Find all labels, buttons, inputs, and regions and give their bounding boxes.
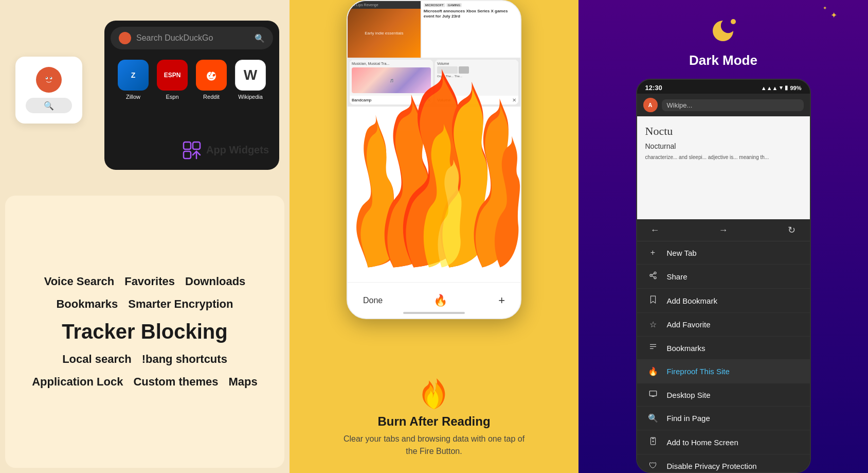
widget-icon <box>183 141 201 160</box>
forward-icon[interactable]: → <box>716 225 731 236</box>
menu-item-disable-privacy[interactable]: 🛡 Disable Privacy Protection <box>637 454 810 473</box>
desktop-site-icon <box>647 390 659 399</box>
svg-rect-12 <box>193 142 200 149</box>
feature-maps: Maps <box>229 375 258 389</box>
ddg-logo <box>36 67 62 93</box>
feature-favorites: Favorites <box>124 275 175 288</box>
menu-item-add-home-screen[interactable]: Add to Home Screen <box>637 430 810 454</box>
wifi-icon: ▾ <box>780 84 783 91</box>
burn-title-text: Burn After Reading <box>377 414 490 429</box>
status-icons: ▲▲▲ ▾ ▮ 99% <box>761 84 802 92</box>
search-placeholder-text: Search DuckDuckGo <box>136 33 249 43</box>
menu-item-desktop-site[interactable]: Desktop Site <box>637 383 810 407</box>
menu-item-add-favorite[interactable]: ☆ Add Favorite <box>637 313 810 337</box>
right-panel: ✦ ✦ Dark Mode 12:30 ▲▲▲ ▾ ▮ 99% A Wikipe <box>578 0 868 473</box>
bookmark-icon <box>647 295 659 306</box>
menu-item-new-tab[interactable]: + New Tab <box>637 241 810 265</box>
find-icon: 🔍 <box>647 413 659 423</box>
bookmarks-icon <box>647 343 659 353</box>
tabs-row: Musician, Musical Tra... 🎵 Bandcamp ✕ Vo… <box>348 58 520 107</box>
widgets-section: 🔍 Search DuckDuckGo 🔍 Z Zillow <box>0 0 290 190</box>
reddit-icon <box>196 60 227 91</box>
app-icon-wikipedia[interactable]: W Wikipedia <box>235 60 266 100</box>
news-card: MICROSOFT GAMING Microsoft announces Xbo… <box>422 1 520 58</box>
tab-bandcamp-title: Bandcamp ✕ <box>350 96 433 104</box>
espn-icon: ESPN <box>157 60 188 91</box>
svg-point-5 <box>122 35 129 42</box>
status-time: 12:30 <box>645 84 662 92</box>
wiki-page-title: Noctu <box>645 125 802 138</box>
menu-nav-row: ← → ↻ <box>637 219 810 241</box>
tab-bandcamp[interactable]: Musician, Musical Tra... 🎵 Bandcamp ✕ <box>350 60 433 104</box>
ddg-logo-search <box>119 32 131 44</box>
search-bar[interactable]: Search DuckDuckGo 🔍 <box>111 27 273 49</box>
moon-icon <box>708 15 738 48</box>
music-card-image: Early indie essentials <box>348 9 421 58</box>
feature-row-5: Application Lock Custom themes Maps <box>32 375 258 389</box>
dropdown-menu: ← → ↻ + New Tab Share <box>637 219 810 473</box>
fire-button[interactable]: 🔥 <box>433 294 447 307</box>
middle-panel: Hot Lips Revenge Early indie essentials … <box>290 0 578 473</box>
music-card-header: Hot Lips Revenge <box>348 1 421 9</box>
share-icon <box>647 271 659 282</box>
svg-point-15 <box>654 272 656 274</box>
privacy-icon: 🛡 <box>647 461 659 470</box>
app-widgets-label-group: App Widgets <box>183 141 269 160</box>
add-home-label: Add to Home Screen <box>667 438 738 447</box>
menu-item-share[interactable]: Share <box>637 265 810 289</box>
svg-point-10 <box>210 69 212 72</box>
share-menu-label: Share <box>667 272 688 281</box>
done-button[interactable]: Done <box>363 296 383 305</box>
menu-item-add-bookmark[interactable]: Add Bookmark <box>637 289 810 313</box>
new-tab-menu-label: New Tab <box>667 249 697 257</box>
search-icon: 🔍 <box>255 33 265 43</box>
app-icon-espn[interactable]: ESPN Espn <box>157 60 188 100</box>
browser-toolbar: A Wikipe... <box>637 94 810 116</box>
tab-bandcamp-preview: Musician, Musical Tra... 🎵 <box>350 60 433 96</box>
features-section: Voice Search Favorites Downloads Bookmar… <box>5 196 284 468</box>
menu-item-find-in-page[interactable]: 🔍 Find in Page <box>637 407 810 430</box>
widget-search-pill[interactable]: 🔍 <box>26 98 72 113</box>
svg-point-2 <box>46 77 47 78</box>
find-label: Find in Page <box>667 414 710 423</box>
menu-item-fireproof[interactable]: 🔥 Fireproof This Site <box>637 360 810 383</box>
reddit-label: Reddit <box>203 94 220 100</box>
wiki-page-subtitle: Nocturnal <box>645 142 802 150</box>
add-bookmark-label: Add Bookmark <box>667 296 717 305</box>
page-content: Noctu Nocturnal characterize... and slee… <box>637 116 810 219</box>
svg-point-9 <box>213 75 214 77</box>
svg-rect-13 <box>184 151 191 159</box>
svg-point-0 <box>42 73 55 86</box>
svg-point-8 <box>209 75 210 77</box>
feature-row-4: Local search !bang shortcuts <box>62 353 227 366</box>
svg-point-17 <box>654 277 656 279</box>
bookmarks-label: Bookmarks <box>667 344 706 353</box>
back-icon[interactable]: ← <box>647 225 663 236</box>
signal-icon: ▲▲▲ <box>761 85 778 91</box>
svg-point-14 <box>731 19 736 24</box>
svg-line-19 <box>652 273 654 275</box>
new-tab-button[interactable]: + <box>498 294 505 307</box>
svg-line-18 <box>652 276 654 277</box>
svg-point-4 <box>50 77 51 78</box>
menu-item-bookmarks[interactable]: Bookmarks <box>637 337 810 360</box>
feature-custom-themes: Custom themes <box>133 375 218 389</box>
tab-volume-preview: Volume Org... The... The... <box>435 60 518 96</box>
reload-icon[interactable]: ↻ <box>784 224 800 236</box>
feature-row-1: Voice Search Favorites Downloads <box>44 275 246 288</box>
fireproof-icon: 🔥 <box>647 366 659 376</box>
app-icon-zillow[interactable]: Z Zillow <box>118 60 149 100</box>
dark-mode-header: Dark Mode <box>689 15 757 68</box>
url-bar[interactable]: Wikipe... <box>662 99 804 111</box>
feature-bang-shortcuts: !bang shortcuts <box>142 353 227 366</box>
tab-volume[interactable]: Volume Org... The... The... Volume ✕ <box>435 60 518 104</box>
add-favorite-label: Add Favorite <box>667 320 711 329</box>
new-tab-menu-icon: + <box>647 248 659 257</box>
app-icon-reddit[interactable]: Reddit <box>196 60 227 100</box>
widget-card: 🔍 <box>15 57 82 124</box>
star-icon: ✦ <box>830 11 837 20</box>
phone-screen-top: Hot Lips Revenge Early indie essentials … <box>348 1 520 58</box>
feature-local-search: Local search <box>62 353 132 366</box>
feature-downloads: Downloads <box>185 275 245 288</box>
feature-row-3: Tracker Blocking <box>62 320 227 343</box>
